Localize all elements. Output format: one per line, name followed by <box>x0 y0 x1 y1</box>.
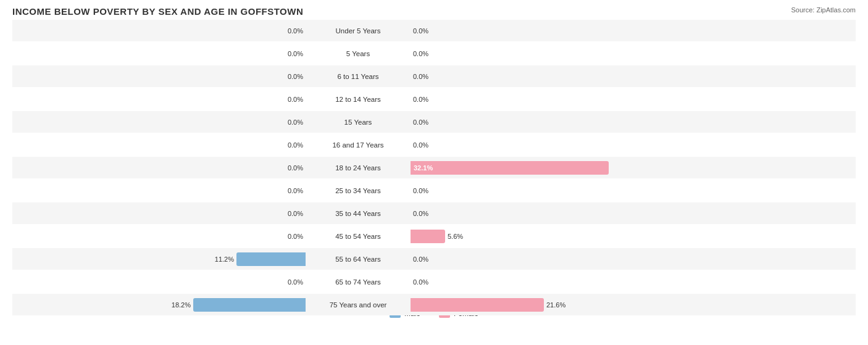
right-section: 0.0% <box>407 65 704 87</box>
female-bar <box>411 230 445 243</box>
chart-row: 0.0%65 to 74 Years0.0% <box>12 271 856 293</box>
chart-row: 0.0%16 and 17 Years0.0% <box>12 134 856 156</box>
male-zero: 0.0% <box>288 73 303 80</box>
row-label: 12 to 14 Years <box>309 96 407 103</box>
row-label: 45 to 54 Years <box>309 233 407 240</box>
male-value: 11.2% <box>215 256 234 263</box>
chart-container: INCOME BELOW POVERTY BY SEX AND AGE IN G… <box>0 0 868 345</box>
chart-row: 0.0%45 to 54 Years5.6% <box>12 225 856 247</box>
female-zero: 0.0% <box>413 278 428 286</box>
male-zero: 0.0% <box>288 27 303 35</box>
female-zero: 0.0% <box>413 50 428 57</box>
female-zero: 0.0% <box>413 141 428 149</box>
male-zero: 0.0% <box>288 50 303 57</box>
left-section: 11.2% <box>12 248 309 270</box>
right-section: 5.6% <box>407 225 704 247</box>
right-section: 0.0% <box>407 20 704 41</box>
chart-row: 0.0%25 to 34 Years0.0% <box>12 180 856 201</box>
chart-row: 11.2%55 to 64 Years0.0% <box>12 248 856 270</box>
chart-row: 0.0%6 to 11 Years0.0% <box>12 65 856 87</box>
male-zero: 0.0% <box>288 187 303 194</box>
left-section: 18.2% <box>12 294 309 315</box>
right-section: 0.0% <box>407 111 704 133</box>
right-section: 0.0% <box>407 180 704 201</box>
male-bar <box>193 298 306 312</box>
left-section: 0.0% <box>12 20 309 41</box>
right-section: 0.0% <box>407 43 704 64</box>
right-section: 21.6% <box>407 294 704 315</box>
chart-row: 0.0%Under 5 Years0.0% <box>12 20 856 41</box>
row-label: 5 Years <box>309 50 407 57</box>
female-zero: 0.0% <box>413 73 428 80</box>
male-zero: 0.0% <box>288 233 303 240</box>
left-section: 0.0% <box>12 271 309 293</box>
row-label: 35 to 44 Years <box>309 210 407 217</box>
left-section: 0.0% <box>12 202 309 224</box>
row-label: 18 to 24 Years <box>309 164 407 172</box>
female-value: 21.6% <box>546 301 565 309</box>
source-text: Source: ZipAtlas.com <box>791 6 856 14</box>
right-section: 0.0% <box>407 248 704 270</box>
female-zero: 0.0% <box>413 210 428 217</box>
male-zero: 0.0% <box>288 141 303 149</box>
male-zero: 0.0% <box>288 118 303 126</box>
male-zero: 0.0% <box>288 278 303 286</box>
row-label: 65 to 74 Years <box>309 278 407 286</box>
row-label: Under 5 Years <box>309 27 407 35</box>
left-section: 0.0% <box>12 65 309 87</box>
chart-row: 0.0%35 to 44 Years0.0% <box>12 202 856 224</box>
male-zero: 0.0% <box>288 210 303 217</box>
row-label: 15 Years <box>309 118 407 126</box>
male-value: 18.2% <box>172 301 191 309</box>
female-zero: 0.0% <box>413 27 428 35</box>
female-value: 5.6% <box>448 233 463 240</box>
female-bar <box>411 298 544 312</box>
left-section: 0.0% <box>12 180 309 201</box>
chart-row: 0.0%12 to 14 Years0.0% <box>12 88 856 110</box>
male-zero: 0.0% <box>288 96 303 103</box>
chart-row: 0.0%15 Years0.0% <box>12 111 856 133</box>
chart-row: 18.2%75 Years and over21.6% <box>12 294 856 315</box>
male-bar <box>236 252 306 266</box>
female-zero: 0.0% <box>413 96 428 103</box>
row-label: 75 Years and over <box>309 301 407 309</box>
male-zero: 0.0% <box>288 164 303 172</box>
female-bar: 32.1% <box>411 161 609 175</box>
left-section: 0.0% <box>12 134 309 156</box>
chart-title: INCOME BELOW POVERTY BY SEX AND AGE IN G… <box>12 6 856 17</box>
female-zero: 0.0% <box>413 187 428 194</box>
row-label: 55 to 64 Years <box>309 256 407 263</box>
right-section: 0.0% <box>407 88 704 110</box>
left-section: 0.0% <box>12 88 309 110</box>
row-label: 25 to 34 Years <box>309 187 407 194</box>
female-zero: 0.0% <box>413 118 428 126</box>
chart-row: 0.0%5 Years0.0% <box>12 43 856 64</box>
right-section: 0.0% <box>407 271 704 293</box>
right-section: 0.0% <box>407 134 704 156</box>
female-value-inside: 32.1% <box>414 164 433 172</box>
chart-row: 0.0%18 to 24 Years32.1% <box>12 157 856 178</box>
female-zero: 0.0% <box>413 256 428 263</box>
row-label: 16 and 17 Years <box>309 141 407 149</box>
left-section: 0.0% <box>12 111 309 133</box>
right-section: 0.0% <box>407 202 704 224</box>
left-section: 0.0% <box>12 157 309 178</box>
left-section: 0.0% <box>12 225 309 247</box>
chart-area: 0.0%Under 5 Years0.0%0.0%5 Years0.0%0.0%… <box>12 20 856 297</box>
right-section: 32.1% <box>407 157 704 178</box>
left-section: 0.0% <box>12 43 309 64</box>
row-label: 6 to 11 Years <box>309 73 407 80</box>
